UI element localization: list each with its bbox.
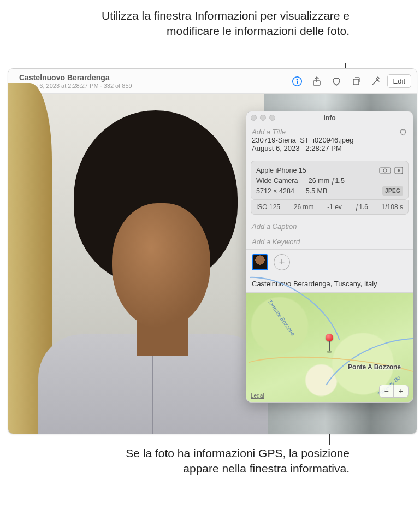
photo-date-counter: August 6, 2023 at 2:28:27 PM · 332 of 85…: [19, 82, 289, 89]
svg-rect-2: [297, 80, 298, 84]
titlebar: Castelnuovo Berardenga August 6, 2023 at…: [8, 69, 417, 94]
info-title-section: Add a Title 230719-Siena_ST_i020946.jpeg…: [246, 125, 413, 156]
zoom-icon[interactable]: [269, 115, 275, 121]
info-panel-title: Info: [324, 114, 336, 122]
caption-section: Add a Caption: [246, 219, 413, 234]
photos-app-window: Castelnuovo Berardenga August 6, 2023 at…: [8, 68, 417, 434]
minimize-icon[interactable]: [260, 115, 266, 121]
rotate-button[interactable]: [348, 73, 364, 90]
info-favorite-icon[interactable]: [399, 128, 407, 137]
svg-point-8: [398, 169, 400, 172]
svg-point-1: [296, 79, 297, 80]
map-pin-icon[interactable]: [326, 334, 333, 353]
enhance-button[interactable]: [368, 73, 384, 90]
info-panel-titlebar[interactable]: Info: [246, 111, 413, 125]
exif-row: ISO 125 26 mm -1 ev ƒ1.6 1/108 s: [251, 200, 409, 215]
close-icon[interactable]: [251, 115, 257, 121]
detected-face-thumb[interactable]: [252, 254, 268, 270]
camera-lens: Wide Camera — 26 mm ƒ1.5: [256, 176, 345, 186]
people-row: +: [246, 250, 413, 275]
raw-wb-icon: [379, 167, 391, 174]
window-traffic-lights[interactable]: [251, 115, 275, 121]
location-map[interactable]: Torrente Bozzone Torrente Bo Ponte A Boz…: [246, 293, 413, 402]
favorite-button[interactable]: [328, 73, 345, 90]
add-title-field[interactable]: Add a Title: [252, 128, 407, 136]
exif-aperture: ƒ1.6: [356, 203, 368, 211]
share-button[interactable]: [309, 73, 325, 90]
map-zoom-out-button[interactable]: −: [380, 385, 394, 397]
info-date: August 6, 2023: [252, 144, 299, 152]
metering-icon: [394, 167, 403, 174]
plus-icon: +: [279, 257, 285, 268]
exif-focal: 26 mm: [294, 203, 314, 211]
camera-info-box: Apple iPhone 15 Wide Camera — 26 mm ƒ1.5: [251, 161, 409, 200]
exif-shutter: 1/108 s: [382, 203, 403, 211]
photo-viewport[interactable]: Info Add a Title 230719-Siena_ST_i020946…: [8, 94, 417, 434]
camera-device: Apple iPhone 15: [256, 166, 306, 176]
photo-location-title: Castelnuovo Berardenga: [19, 73, 289, 82]
info-filename: 230719-Siena_ST_i020946.jpeg: [252, 136, 407, 144]
info-panel: Info Add a Title 230719-Siena_ST_i020946…: [246, 111, 413, 403]
map-zoom-control: − +: [379, 385, 409, 398]
keyword-section: Add a Keyword: [246, 234, 413, 250]
callout-bottom-text: Se la foto ha informazioni GPS, la posiz…: [104, 446, 350, 477]
map-legal-link[interactable]: Legal: [251, 393, 264, 399]
add-caption-field[interactable]: Add a Caption: [252, 222, 407, 231]
map-zoom-in-button[interactable]: +: [394, 385, 408, 397]
add-person-button[interactable]: +: [274, 254, 290, 270]
svg-point-6: [383, 169, 387, 172]
info-time: 2:28:27 PM: [305, 144, 342, 152]
exif-ev: -1 ev: [327, 203, 342, 211]
exif-iso: ISO 125: [256, 203, 280, 211]
format-badge: JPEG: [382, 186, 403, 196]
camera-filesize: 5.5 MB: [306, 187, 328, 195]
info-button[interactable]: [289, 73, 305, 90]
camera-resolution: 5712 × 4284: [256, 187, 294, 195]
svg-rect-4: [353, 79, 359, 85]
edit-button[interactable]: Edit: [387, 74, 411, 88]
callout-top-text: Utilizza la finestra Informazioni per vi…: [98, 8, 350, 39]
add-keyword-field[interactable]: Add a Keyword: [252, 238, 407, 246]
photo-subject-face: [112, 203, 210, 329]
map-place-label: Ponte A Bozzone: [348, 364, 401, 371]
